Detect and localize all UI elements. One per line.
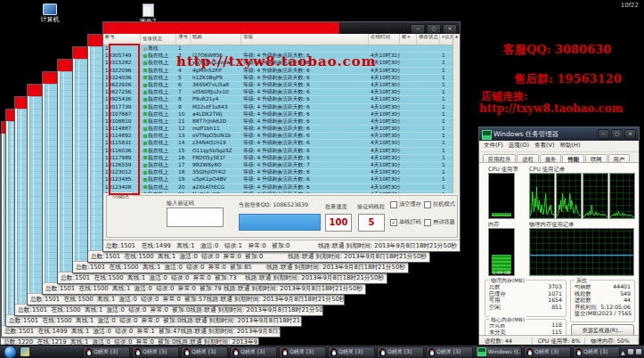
taskbar-button[interactable]: Q精灵 [3] <box>132 346 179 358</box>
taskbar-button[interactable]: Q精灵 [3] <box>83 346 130 358</box>
table-scrollbar[interactable]: ▲ <box>452 34 460 193</box>
status-counts: 总数:1501 在线:1500 离线:1 激活:0 错误:0 异常:0 被加:8… <box>76 263 252 272</box>
checked-checkbox-icon[interactable]: ✓ <box>390 219 397 226</box>
computer-icon <box>43 4 57 15</box>
info-row: 进程数44 <box>571 297 634 304</box>
unchecked-checkbox-icon[interactable] <box>424 201 431 208</box>
table-row[interactable]: 10208389我在线上21NqQz1y9O等级: 4 升级剩余活跃天数: 64… <box>103 191 460 193</box>
table-row[interactable]: 10107667我在线上10a4LDK2TWj等级: 4 升级剩余活跃天数: 6… <box>103 111 460 118</box>
column-header[interactable]: 登录状态 <box>141 34 176 45</box>
column-header[interactable]: 等级 <box>241 34 369 45</box>
menu-item[interactable]: 帮助(H) <box>560 142 581 151</box>
table-row[interactable]: 10115831我在线上14z34N4Q1h19等级: 4 升级剩余活跃天数: … <box>103 140 460 147</box>
table-row[interactable]: 10126559我在线上179R2W8y8O等级: 4 升级剩余活跃天数: 74… <box>103 162 460 169</box>
taskbar-button-label: Q精灵 [3] <box>289 348 314 356</box>
unchecked-checkbox-icon[interactable] <box>424 219 431 226</box>
cell-drop-count: 1 <box>440 104 453 110</box>
taskbar-button[interactable]: Q精灵 [3] <box>230 346 277 358</box>
online-dot-icon <box>143 142 147 145</box>
taskbar-button[interactable]: Windows 任.. <box>475 346 522 358</box>
tray-network-icon[interactable] <box>628 349 633 354</box>
menu-item[interactable]: 查看(V) <box>534 142 555 151</box>
taskbar-button[interactable]: Q精灵 [3] <box>181 346 228 358</box>
tray-volume-icon[interactable] <box>636 349 641 354</box>
column-header[interactable]: 序号 <box>176 34 191 45</box>
table-row[interactable]: 10108810我在线上1188T7rjhA62D等级: 4 升级剩余活跃天数:… <box>103 118 460 126</box>
cpu-core-graph-3 <box>583 173 608 219</box>
captcha-input[interactable] <box>167 207 224 227</box>
table-row[interactable]: 10123408我在线上20a2XkATtECG等级: 4 升级剩余活跃天数: … <box>103 184 460 191</box>
task-manager-window[interactable]: Windows 任务管理器 ─ ▢ ✕ 文件(F)选项(O)查看(V)帮助(H)… <box>478 126 640 348</box>
table-row[interactable]: 10116036我在线上15O11qy5b5gz3Z等级: 4 升级剩余活跃天数… <box>103 148 460 155</box>
pinned-program-icon[interactable] <box>20 346 30 357</box>
table-row[interactable]: 10925436我在线上8P9uR21y4等级: 4 升级剩余活跃天数: 64天… <box>103 96 460 103</box>
cell-nick: ut5608Ju2x10 <box>191 89 241 95</box>
cell-online-time: 4天10时30分 <box>369 184 400 191</box>
cell-online-time: 4天10时30分 <box>369 155 400 161</box>
column-header[interactable]: 被+ <box>400 34 417 45</box>
online-dot-icon <box>143 112 147 116</box>
doc-icon <box>143 4 154 17</box>
taskbar-button[interactable]: Q精灵 [3] <box>426 346 473 358</box>
table-row[interactable]: 10114892我在线上13eVTNpO5UN1b等级: 4 升级剩余活跃天数:… <box>103 133 460 140</box>
close-button[interactable]: ✕ <box>443 24 457 34</box>
table-row[interactable]: 10017739我在线上9M22utF1s843等级: 4 升级剩余活跃天数: … <box>103 104 460 111</box>
cell-drop-count: 1 <box>440 126 453 132</box>
bot-window-titlebar[interactable]: ─ ▢ ✕ <box>103 22 460 34</box>
unchecked-checkbox-icon[interactable] <box>390 201 397 208</box>
table-row[interactable]: 10114887我在线上12mzP1bh11等级: 4 升级剩余活跃天数: 64… <box>103 126 460 133</box>
table-row[interactable]: 10324036我在线上5h1ZK0BgP9等级: 4 升级剩余活跃天数: 64… <box>103 75 460 82</box>
tm-close-button[interactable]: ✕ <box>624 129 636 139</box>
tm-minimize-button[interactable]: ─ <box>598 129 609 139</box>
column-header[interactable]: n次掉线 <box>440 34 453 45</box>
cell-drop-count: 1 <box>440 75 453 81</box>
online-dot-icon <box>143 171 147 175</box>
status-counts: 总数:1501 在线:1500 离线:1 激活:0 错误:0 异常:0 被加:5… <box>30 295 207 304</box>
checkbox-1[interactable]: 清空缓存 <box>390 200 421 208</box>
checkbox-3[interactable]: ✓单线打码 <box>390 218 421 226</box>
info-label: 可用 <box>489 297 500 304</box>
taskbar-button[interactable]: Q精灵 [3] <box>524 346 571 358</box>
column-header[interactable]: 在线时间 <box>369 34 400 45</box>
cell-modify-status <box>417 118 440 125</box>
taskbar-button-label: Q精灵 [3] <box>143 348 167 356</box>
cpu-core-graph-1 <box>529 173 555 219</box>
info-row: 空闲851 <box>485 304 566 311</box>
task-manager-icon <box>482 130 492 140</box>
taskbar-button[interactable]: Q精灵 [3] <box>573 346 620 358</box>
column-header[interactable]: 昵称 <box>191 34 241 45</box>
taskbar-button-label: Q精灵 [3] <box>436 348 461 356</box>
table-row[interactable]: 10627256我在线上7ut5608Ju2x10等级: 4 升级剩余活跃天数:… <box>103 89 460 96</box>
maximize-button[interactable]: ▢ <box>427 24 441 34</box>
table-row[interactable]: 10123485我在线上19u5pK1pO4BV等级: 4 升级剩余活跃天数: … <box>103 176 460 183</box>
table-row[interactable]: 10622926我在线上63655KTvLI5a8等级: 4 升级剩余活跃天数:… <box>103 82 460 89</box>
tray-expand-icon[interactable]: ▲ <box>621 349 625 355</box>
table-row[interactable]: 1离线1 <box>103 45 460 53</box>
cell-nick: O11qy5b5gz3Z <box>191 148 241 154</box>
taskbar-button[interactable]: Q精灵 [3] <box>279 346 326 358</box>
task-manager-titlebar[interactable]: Windows 任务管理器 ─ ▢ ✕ <box>479 127 639 141</box>
minimize-button[interactable]: ─ <box>411 24 425 34</box>
checkbox-4[interactable]: 自动答题 <box>424 218 455 226</box>
checkbox-2[interactable]: 拉机模式 <box>424 200 455 208</box>
desktop-icon-computer[interactable]: 计算机 <box>23 4 77 23</box>
cell-modify-status <box>417 89 440 95</box>
column-header[interactable]: 修改状态 <box>417 34 440 45</box>
tm-maximize-button[interactable]: ▢ <box>611 129 623 139</box>
captcha-threads-value[interactable]: 5 <box>358 214 385 232</box>
taskbar-button[interactable]: Q精灵 [3] <box>328 346 375 358</box>
status-line-expiry: 线路:联通 到期时间: 2013年9月8日18时21分50秒 <box>245 273 384 282</box>
cell-modify-status <box>417 60 440 66</box>
menu-item[interactable]: 选项(O) <box>509 142 529 151</box>
taskbar-button-label: Q精灵 [3] <box>338 348 363 356</box>
table-row[interactable]: 10123012我在线上1835GIhJIOY4i2等级: 4 升级剩余活跃天数… <box>103 169 460 176</box>
cell-nick: z34N4Q1h19 <box>191 140 241 146</box>
table-row[interactable]: 10117989我在线上16F8DO5y5E1f等级: 4 升级剩余活跃天数: … <box>103 155 460 162</box>
cell-seq: 18 <box>176 169 191 175</box>
cell-drop-count: 1 <box>440 191 453 193</box>
start-button[interactable] <box>4 346 17 358</box>
batch-speed-value[interactable]: 100 <box>325 214 352 232</box>
menu-item[interactable]: 文件(F) <box>484 142 503 151</box>
cell-seq: 1 <box>176 45 191 52</box>
taskbar-button[interactable]: Q精灵 [3] <box>377 346 424 358</box>
